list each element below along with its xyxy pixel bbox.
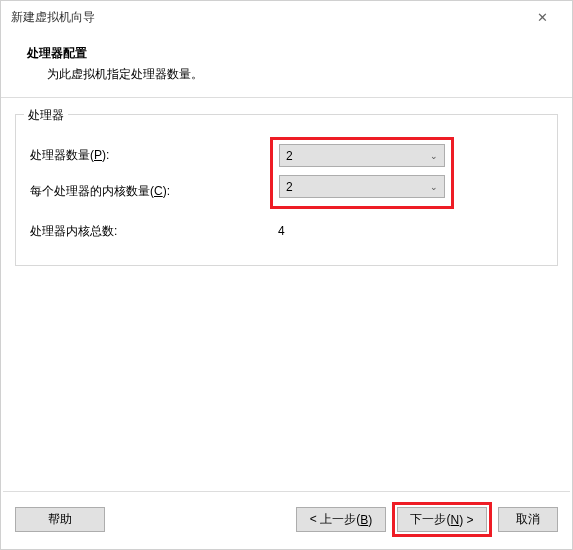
processor-groupbox: 处理器 处理器数量(P): 每个处理器的内核数量(C): <box>15 114 558 266</box>
cancel-button[interactable]: 取消 <box>498 507 558 532</box>
group-legend: 处理器 <box>24 107 68 124</box>
back-button[interactable]: < 上一步(B) <box>296 507 386 532</box>
total-cores-value: 4 <box>270 224 285 238</box>
page-subtitle: 为此虚拟机指定处理器数量。 <box>27 66 546 83</box>
close-icon: ✕ <box>537 10 548 25</box>
wizard-header: 处理器配置 为此虚拟机指定处理器数量。 <box>1 33 572 98</box>
proc-count-dropdown[interactable]: 2 ⌄ <box>279 144 445 167</box>
close-button[interactable]: ✕ <box>522 1 562 33</box>
proc-count-value: 2 <box>286 149 430 163</box>
help-button[interactable]: 帮助 <box>15 507 105 532</box>
page-title: 处理器配置 <box>27 45 546 62</box>
cores-per-label: 每个处理器的内核数量(C): <box>30 183 270 200</box>
dropdowns-highlight: 2 ⌄ 2 ⌄ <box>270 137 454 209</box>
window-title: 新建虚拟机向导 <box>11 9 522 26</box>
cores-per-value: 2 <box>286 180 430 194</box>
proc-count-label: 处理器数量(P): <box>30 147 270 164</box>
next-button-highlight: 下一步(N) > <box>392 502 492 537</box>
titlebar: 新建虚拟机向导 ✕ <box>1 1 572 33</box>
content-area: 处理器 处理器数量(P): 每个处理器的内核数量(C): <box>1 98 572 491</box>
cores-per-dropdown[interactable]: 2 ⌄ <box>279 175 445 198</box>
footer: 帮助 < 上一步(B) 下一步(N) > 取消 <box>1 492 572 549</box>
wizard-window: 新建虚拟机向导 ✕ 处理器配置 为此虚拟机指定处理器数量。 处理器 处理器数量(… <box>0 0 573 550</box>
chevron-down-icon: ⌄ <box>430 182 438 192</box>
total-cores-label: 处理器内核总数: <box>30 223 270 240</box>
next-button[interactable]: 下一步(N) > <box>397 507 487 532</box>
chevron-down-icon: ⌄ <box>430 151 438 161</box>
